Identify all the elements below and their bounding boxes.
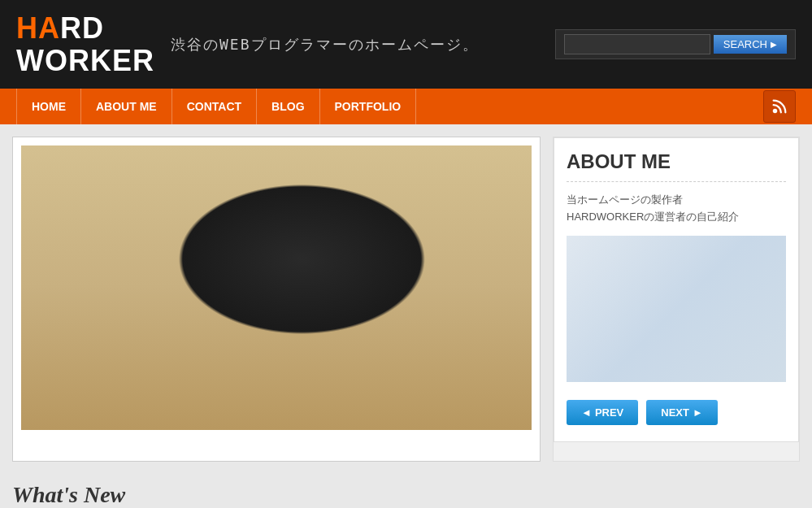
svg-rect-31 [481, 229, 532, 430]
svg-rect-21 [360, 338, 395, 376]
prev-label: PREV [595, 406, 623, 419]
svg-rect-22 [235, 389, 319, 401]
about-desc-line1: 当ホームページの製作者 [567, 192, 786, 209]
sidebar-nav-buttons: ◄ PREV NEXT ► [567, 392, 786, 429]
svg-rect-23 [239, 380, 315, 389]
svg-rect-26 [448, 346, 473, 388]
logo-accent: HA [16, 11, 60, 45]
next-button[interactable]: NEXT ► [646, 400, 718, 425]
svg-rect-12 [21, 313, 532, 321]
about-me-description: 当ホームページの製作者 HARDWORKERの運営者の自己紹介 [567, 192, 786, 226]
sidebar: ABOUT ME 当ホームページの製作者 HARDWORKERの運営者の自己紹介… [553, 137, 800, 462]
site-header: HARD WORKER 渋谷のWEBプログラマーのホームページ。 SEARCH [0, 0, 812, 89]
svg-rect-2 [38, 145, 122, 313]
nav-home[interactable]: HOME [16, 89, 81, 124]
svg-rect-25 [314, 397, 380, 422]
rss-button[interactable] [763, 90, 796, 123]
navbar: HOME ABOUT ME CONTACT BLOG PORTFOLIO [0, 89, 812, 124]
nav-about-me[interactable]: ABOUT ME [81, 89, 172, 124]
prev-button[interactable]: ◄ PREV [567, 400, 638, 425]
svg-rect-1 [21, 145, 532, 430]
svg-line-29 [465, 323, 467, 346]
search-button[interactable]: SEARCH [714, 35, 787, 54]
next-label: NEXT [661, 406, 689, 419]
logo-tagline: 渋谷のWEBプログラマーのホームページ。 [171, 35, 479, 54]
svg-rect-16 [210, 246, 369, 355]
svg-line-28 [458, 317, 460, 346]
search-input[interactable] [564, 34, 710, 54]
whats-new-title: What's New [12, 482, 800, 508]
sidebar-about-section: ABOUT ME 当ホームページの製作者 HARDWORKERの運営者の自己紹介… [554, 137, 799, 442]
about-desc-line2: HARDWORKERの運営者の自己紹介 [567, 209, 786, 226]
hero-svg [21, 145, 532, 430]
logo-area: HARD WORKER 渋谷のWEBプログラマーのホームページ。 [16, 12, 479, 76]
about-image-placeholder [567, 236, 786, 382]
search-area: SEARCH [555, 29, 796, 59]
svg-rect-30 [247, 355, 348, 380]
svg-rect-15 [206, 321, 373, 328]
whats-new-section: What's New [0, 474, 812, 508]
nav-contact[interactable]: CONTACT [172, 89, 257, 124]
svg-rect-11 [21, 313, 532, 430]
site-logo[interactable]: HARD WORKER [16, 12, 154, 76]
about-me-title: ABOUT ME [567, 150, 786, 182]
svg-line-27 [452, 321, 454, 346]
svg-rect-24 [243, 373, 310, 381]
nav-portfolio[interactable]: PORTFOLIO [320, 89, 417, 124]
prev-chevron-icon: ◄ [581, 406, 592, 419]
svg-point-13 [145, 215, 215, 295]
svg-rect-14 [176, 278, 195, 328]
nav-links: HOME ABOUT ME CONTACT BLOG PORTFOLIO [16, 89, 416, 124]
svg-rect-17 [214, 250, 364, 346]
logo-worker: WORKER [16, 45, 154, 77]
hero-container [12, 137, 541, 462]
hero-image [21, 145, 532, 430]
svg-rect-20 [122, 326, 172, 359]
logo-rd: RD [60, 11, 104, 45]
rss-icon [771, 98, 788, 115]
svg-rect-19 [214, 328, 356, 345]
nav-blog[interactable]: BLOG [257, 89, 319, 124]
svg-rect-18 [215, 252, 363, 345]
next-chevron-icon: ► [693, 406, 703, 419]
svg-point-0 [773, 109, 778, 114]
main-content: ABOUT ME 当ホームページの製作者 HARDWORKERの運営者の自己紹介… [0, 124, 812, 474]
